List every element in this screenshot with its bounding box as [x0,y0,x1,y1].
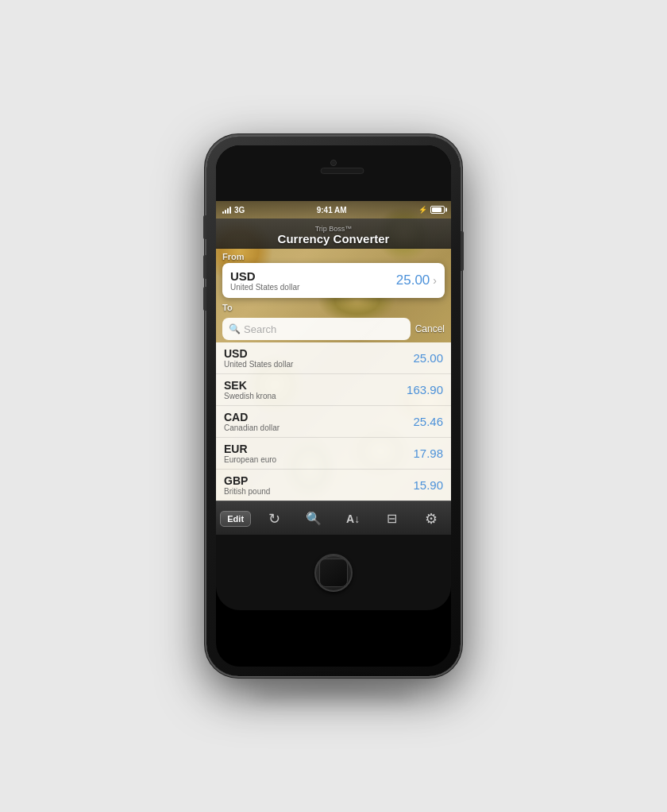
currency-info-gbp: GBP British pound [224,474,270,496]
currency-name-eur: European euro [224,455,276,464]
from-amount-value: 25.00 [396,273,430,288]
home-button-inner [319,559,348,587]
nav-bar: Trip Boss™ Currency Converter [216,218,451,249]
table-row[interactable]: USD United States dollar 25.00 [216,342,451,374]
status-right: ⚡ [418,206,445,214]
currency-info-sek: SEK Swedish krona [224,379,276,400]
currency-amount-sek: 163.90 [407,383,443,396]
to-section: To [216,300,451,315]
list-button[interactable]: ⊟ [376,505,408,533]
status-bar: 3G 9:41 AM ⚡ [216,201,451,218]
from-code: USD [230,269,299,283]
currency-amount-gbp: 15.90 [413,478,443,492]
table-row[interactable]: SEK Swedish krona 163.90 [216,374,451,406]
from-currency-info: USD United States dollar [230,269,299,292]
currency-amount-usd: 25.00 [413,351,443,365]
signal-text: 3G [234,206,245,215]
currency-name-sek: Swedish krona [224,392,276,400]
to-label: To [222,303,445,312]
currency-list: USD United States dollar 25.00 SEK Swedi… [216,342,451,501]
top-bezel [216,145,451,201]
sort-button[interactable]: A↓ [337,505,369,533]
cancel-button[interactable]: Cancel [415,323,445,334]
signal-bars [222,206,231,214]
from-row[interactable]: USD United States dollar 25.00 › [222,263,445,298]
search-input-wrap[interactable]: 🔍 Search [222,318,411,340]
battery-indicator [430,206,445,214]
search-icon: 🔍 [229,323,241,334]
reflection [254,684,413,708]
bottom-bezel [216,535,451,610]
from-amount-area: 25.00 › [396,273,437,288]
nav-title-area: Trip Boss™ Currency Converter [222,221,445,246]
list-icon: ⊟ [387,511,397,526]
screen: 3G 9:41 AM ⚡ Trip Boss™ Currency Convert… [216,201,451,535]
table-row[interactable]: EUR European euro 17.98 [216,438,451,470]
currency-code-eur: EUR [224,443,276,455]
search-placeholder: Search [244,323,276,335]
search-button[interactable]: 🔍 [298,505,330,533]
currency-amount-eur: 17.98 [413,447,443,460]
refresh-button[interactable]: ↻ [259,505,291,533]
speaker [321,168,364,174]
currency-code-cad: CAD [224,411,280,423]
battery-fill [432,207,441,212]
status-time: 9:41 AM [317,206,347,215]
currency-name-gbp: British pound [224,487,270,496]
home-button[interactable] [314,554,353,592]
settings-button[interactable]: ⚙ [415,505,447,533]
currency-info-cad: CAD Canadian dollar [224,411,280,432]
toolbar: Edit ↻ 🔍 A↓ ⊟ ⚙ [216,501,451,535]
search-bar: 🔍 Search Cancel [216,315,451,342]
status-left: 3G [222,206,245,215]
currency-amount-cad: 25.46 [413,415,443,428]
table-row[interactable]: CAD Canadian dollar 25.46 [216,406,451,438]
phone-frame: 3G 9:41 AM ⚡ Trip Boss™ Currency Convert… [206,136,461,676]
currency-code-sek: SEK [224,379,276,392]
settings-icon: ⚙ [425,510,438,528]
sort-icon: A↓ [346,512,360,525]
screen-title: Currency Converter [222,232,445,246]
currency-info-usd: USD United States dollar [224,347,293,369]
currency-code-usd: USD [224,347,293,360]
from-chevron: › [433,274,437,287]
bluetooth-icon: ⚡ [418,206,427,214]
currency-info-eur: EUR European euro [224,443,276,464]
table-row[interactable]: GBP British pound 15.90 [216,470,451,501]
from-name: United States dollar [230,283,299,292]
phone-inner: 3G 9:41 AM ⚡ Trip Boss™ Currency Convert… [216,145,451,667]
currency-code-gbp: GBP [224,474,270,487]
edit-button[interactable]: Edit [220,505,252,533]
currency-name-usd: United States dollar [224,360,293,369]
search-toolbar-icon: 🔍 [306,511,322,526]
refresh-icon: ↻ [268,510,280,528]
content-area: From USD United States dollar 25.00 › [216,249,451,501]
from-label: From [222,252,445,261]
currency-name-cad: Canadian dollar [224,423,280,432]
from-section: From USD United States dollar 25.00 › [216,249,451,300]
camera [330,160,337,166]
